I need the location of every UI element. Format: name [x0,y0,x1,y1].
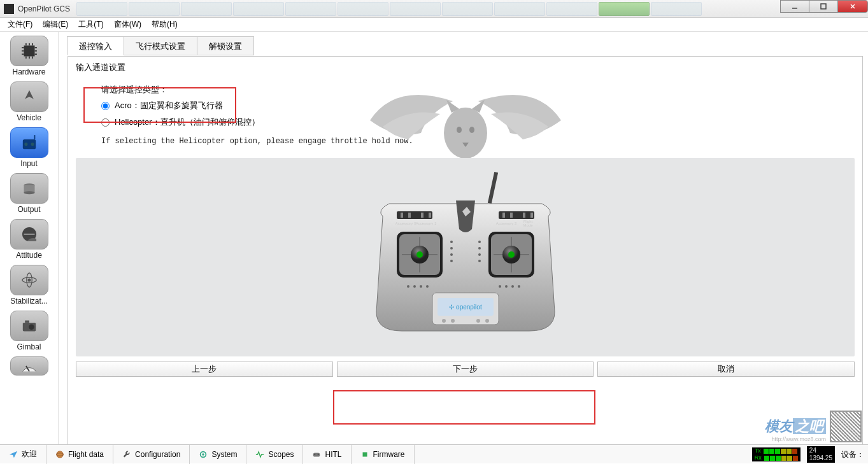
sidebar-item-stabilization[interactable]: Stabilizat... [4,265,54,306]
svg-point-31 [29,324,34,330]
main-layout: Hardware Vehicle Input Output Attitude [0,32,868,444]
btab-system[interactable]: System [190,445,246,464]
minimize-button[interactable] [780,0,809,13]
maximize-button[interactable] [809,0,838,13]
prev-button[interactable]: 上一步 [76,362,333,377]
btab-label: System [211,450,237,459]
svg-point-91 [203,453,205,456]
wizard-nav: 上一步 下一步 取消 [76,362,855,377]
svg-text:Accessory 0: Accessory 0 [395,221,416,225]
tab-rc-input[interactable]: 遥控输入 [67,36,124,55]
wrench-icon [122,450,131,459]
window-titlebar: OpenPilot GCS [0,0,868,18]
menu-tools[interactable]: 工具(T) [73,18,108,31]
sidebar-item-vehicle[interactable]: Vehicle [4,81,54,122]
transmitter-illustration: Accessory 0 Accessory 1 Accessory 2 Flig… [76,158,855,356]
btab-firmware[interactable]: Firmware [352,445,415,464]
btab-label: Flight data [68,450,104,459]
section-title: 输入通道设置 [76,62,855,73]
svg-point-73 [450,241,453,243]
svg-text:Accessory 1: Accessory 1 [415,221,436,225]
svg-point-77 [478,241,481,243]
btab-configuration[interactable]: Configuration [113,445,190,464]
svg-rect-4 [24,46,34,57]
helicopter-hint: If selecting the Helicopter option, plea… [101,134,855,149]
app-icon [4,4,14,14]
menu-help[interactable]: 帮助(H) [146,18,183,31]
chip-small-icon [360,450,369,459]
chip-icon [10,36,48,66]
menu-window[interactable]: 窗体(W) [109,18,146,31]
svg-point-79 [478,253,481,256]
svg-rect-37 [487,172,497,204]
svg-point-68 [426,285,429,288]
gauge-icon [10,356,48,376]
btab-label: HITL [325,450,341,459]
sidebar-item-gimbal[interactable]: Gimbal [4,311,54,351]
svg-rect-51 [523,213,525,218]
gear-icon [199,450,208,459]
sidebar-item-hardware[interactable]: Hardware [4,36,54,76]
next-button[interactable]: 下一步 [337,362,594,377]
gamepad-icon [312,450,321,459]
svg-point-64 [508,251,515,258]
sidebar-item-label: Stabilizat... [10,297,48,306]
svg-point-76 [450,260,453,262]
sidebar-item-label: Input [20,159,38,168]
window-title: OpenPilot GCS [18,4,70,13]
airframe-icon [10,81,48,112]
txrx-indicator: Tx Rx [752,447,800,461]
svg-rect-95 [362,452,367,456]
btab-flight-data[interactable]: Flight data [46,445,113,464]
btab-label: Configuration [135,450,180,459]
svg-point-86 [476,319,480,323]
tab-unlock[interactable]: 解锁设置 [197,36,254,55]
paper-plane-icon [9,450,18,459]
transmitter-icon [10,127,48,158]
svg-point-66 [413,285,416,288]
sidebar-item-output[interactable]: Output [4,173,54,214]
svg-point-67 [420,285,422,288]
svg-point-85 [451,319,455,323]
svg-point-20 [31,143,34,146]
horizon-icon [10,219,48,250]
sidebar-item-input[interactable]: Input [4,127,54,168]
svg-rect-32 [25,321,29,323]
close-button[interactable] [837,0,868,13]
content-area: 遥控输入 飞行模式设置 解锁设置 输入通道设置 [59,32,868,444]
menu-edit[interactable]: 编辑(E) [38,18,73,31]
gyro-icon [10,265,48,295]
sidebar-item-gauge[interactable] [4,356,54,376]
svg-point-88 [57,451,64,458]
bottom-tabs: 欢迎 Flight data Configuration System Scop… [0,444,868,463]
sidebar-item-label: Attitude [16,251,42,260]
svg-point-65 [407,285,409,288]
btab-label: Scopes [268,450,294,459]
sidebar-item-attitude[interactable]: Attitude [4,219,54,260]
menu-file[interactable]: 文件(F) [3,18,38,31]
svg-point-70 [505,285,508,288]
svg-point-23 [24,191,34,194]
svg-rect-48 [429,213,431,218]
btab-welcome[interactable]: 欢迎 [0,445,46,464]
svg-rect-46 [408,213,411,218]
background-taskbar [76,0,702,18]
globe-icon [55,450,64,459]
svg-point-58 [416,251,423,258]
svg-rect-45 [401,213,403,218]
svg-point-72 [518,285,520,288]
highlight-box-type [83,87,236,123]
btab-scopes[interactable]: Scopes [246,445,303,464]
sidebar-item-label: Hardware [12,67,45,76]
svg-point-87 [485,319,489,323]
svg-rect-92 [313,453,320,456]
camera-icon [10,311,48,341]
svg-point-19 [24,143,27,146]
svg-text:✢ openpilot: ✢ openpilot [449,304,482,311]
btab-hitl[interactable]: HITL [303,445,351,464]
cancel-button[interactable]: 取消 [597,362,855,377]
tab-flight-mode[interactable]: 飞行模式设置 [124,36,197,55]
sidebar-item-label: Gimbal [17,342,41,351]
svg-point-75 [450,253,453,256]
svg-text:Accessory 2: Accessory 2 [495,221,516,225]
